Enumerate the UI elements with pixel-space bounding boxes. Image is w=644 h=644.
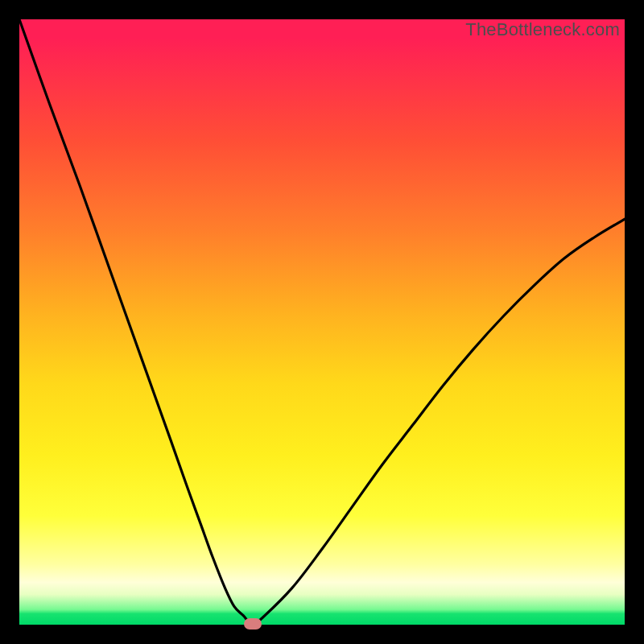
optimal-marker	[244, 618, 262, 630]
plot-area: TheBottleneck.com	[19, 19, 625, 625]
chart-frame: TheBottleneck.com	[0, 0, 644, 644]
bottleneck-curve	[19, 19, 625, 625]
